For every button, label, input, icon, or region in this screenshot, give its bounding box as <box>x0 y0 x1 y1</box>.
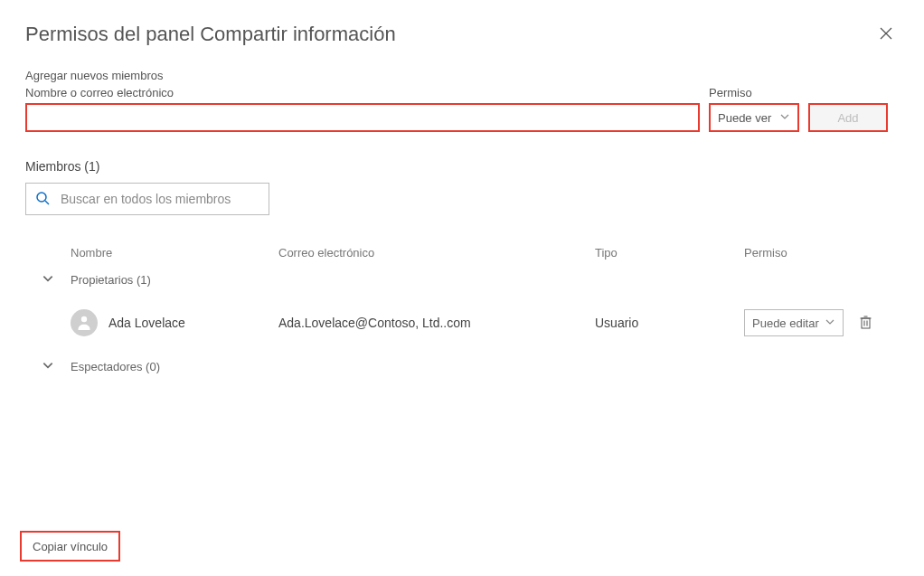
trash-icon <box>859 315 872 332</box>
member-permission-value: Puede editar <box>752 316 819 330</box>
member-permission-dropdown[interactable]: Puede editar <box>744 309 844 336</box>
member-type: Usuario <box>595 316 744 330</box>
member-name: Ada Lovelace <box>108 316 185 330</box>
avatar <box>71 309 98 336</box>
search-icon <box>35 191 50 208</box>
close-icon <box>880 27 892 42</box>
svg-point-4 <box>81 316 87 321</box>
svg-point-2 <box>37 193 46 202</box>
chevron-down-icon <box>42 272 54 288</box>
group-row-viewers[interactable]: Espectadores (0) <box>25 346 899 386</box>
panel-title: Permisos del panel Compartir información <box>25 23 396 46</box>
svg-line-3 <box>45 201 49 204</box>
table-row: Ada Lovelace Ada.Lovelace@Contoso, Ltd..… <box>25 299 899 346</box>
svg-rect-5 <box>862 318 870 328</box>
column-header-perm: Permiso <box>744 246 853 260</box>
member-email: Ada.Lovelace@Contoso, Ltd..com <box>278 316 595 330</box>
add-members-heading: Agregar nuevos miembros <box>25 69 899 82</box>
group-row-owners[interactable]: Propietarios (1) <box>25 260 899 299</box>
close-button[interactable] <box>873 22 899 47</box>
copy-link-label: Copiar vínculo <box>33 540 108 553</box>
permission-label: Permiso <box>709 86 799 99</box>
name-email-label: Nombre o correo electrónico <box>25 86 700 99</box>
copy-link-button[interactable]: Copiar vínculo <box>20 531 120 562</box>
column-header-name: Nombre <box>71 246 278 260</box>
group-viewers-label: Espectadores (0) <box>71 360 160 373</box>
chevron-down-icon <box>779 111 790 125</box>
permission-dropdown[interactable]: Puede ver <box>709 103 799 132</box>
members-search-input[interactable] <box>59 184 259 214</box>
chevron-down-icon <box>825 316 835 330</box>
permission-dropdown-value: Puede ver <box>718 111 771 125</box>
members-search[interactable] <box>25 183 269 215</box>
column-header-type: Tipo <box>595 246 744 260</box>
members-heading: Miembros (1) <box>25 159 899 174</box>
column-header-email: Correo electrónico <box>278 246 595 260</box>
group-owners-label: Propietarios (1) <box>71 273 151 287</box>
person-icon <box>75 313 93 334</box>
delete-member-button[interactable] <box>853 310 878 335</box>
chevron-down-icon <box>42 359 54 374</box>
add-button-label: Add <box>837 111 858 125</box>
name-email-input[interactable] <box>25 103 700 132</box>
add-button[interactable]: Add <box>808 103 888 132</box>
